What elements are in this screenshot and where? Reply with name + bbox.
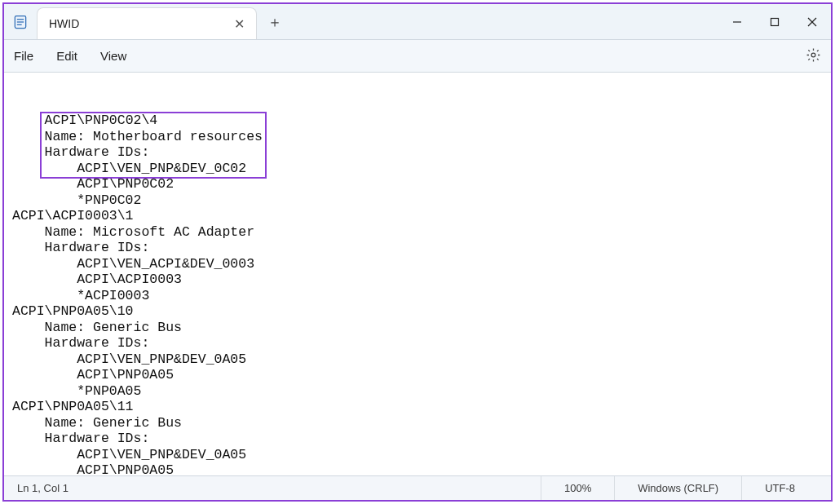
tab-active[interactable]: HWID ✕ (37, 7, 257, 39)
new-tab-button[interactable]: ＋ (257, 4, 293, 39)
menu-file[interactable]: File (14, 49, 33, 63)
settings-gear-icon[interactable] (806, 47, 821, 65)
status-cursor-position: Ln 1, Col 1 (17, 482, 68, 494)
minimize-button[interactable] (718, 4, 756, 39)
titlebar: HWID ✕ ＋ (4, 4, 831, 40)
tab-title: HWID (49, 17, 79, 30)
svg-rect-5 (771, 18, 779, 25)
svg-point-8 (811, 53, 815, 57)
status-encoding[interactable]: UTF-8 (741, 476, 818, 500)
text-editor-content[interactable]: ACPI\PNP0C02\4 Name: Motherboard resourc… (4, 73, 831, 475)
menu-view[interactable]: View (100, 49, 126, 63)
statusbar: Ln 1, Col 1 100% Windows (CRLF) UTF-8 (4, 475, 831, 500)
status-zoom[interactable]: 100% (541, 476, 614, 500)
menu-edit[interactable]: Edit (56, 49, 77, 63)
notepad-window: HWID ✕ ＋ File Edit View (2, 2, 833, 502)
window-controls (718, 4, 831, 39)
menubar: File Edit View (4, 40, 831, 73)
app-icon (4, 4, 37, 39)
close-window-button[interactable] (793, 4, 831, 39)
maximize-button[interactable] (756, 4, 793, 39)
status-line-ending[interactable]: Windows (CRLF) (614, 476, 741, 500)
document-text: ACPI\PNP0C02\4 Name: Motherboard resourc… (12, 113, 263, 475)
close-tab-icon[interactable]: ✕ (234, 16, 245, 32)
